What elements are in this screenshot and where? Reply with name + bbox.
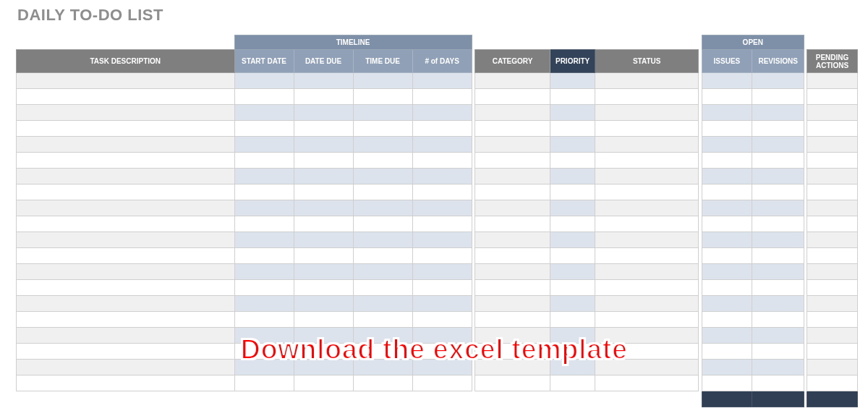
cell[interactable]	[595, 153, 699, 169]
cell[interactable]	[595, 296, 699, 312]
cell[interactable]	[752, 200, 804, 216]
cell[interactable]	[595, 312, 699, 328]
cell[interactable]	[475, 105, 550, 121]
cell[interactable]	[234, 344, 294, 360]
cell[interactable]	[17, 89, 235, 105]
cell[interactable]	[17, 184, 235, 200]
cell[interactable]	[412, 312, 472, 328]
cell[interactable]	[17, 105, 235, 121]
cell[interactable]	[550, 312, 595, 328]
cell[interactable]	[234, 248, 294, 264]
cell[interactable]	[17, 312, 235, 328]
cell[interactable]	[702, 344, 752, 360]
cell[interactable]	[752, 375, 804, 391]
cell[interactable]	[475, 232, 550, 248]
cell[interactable]	[412, 328, 472, 344]
cell[interactable]	[702, 280, 752, 296]
cell[interactable]	[17, 280, 235, 296]
cell[interactable]	[475, 375, 550, 391]
cell[interactable]	[234, 89, 294, 105]
cell[interactable]	[595, 248, 699, 264]
cell[interactable]	[595, 89, 699, 105]
cell[interactable]	[752, 105, 804, 121]
cell[interactable]	[294, 89, 353, 105]
cell[interactable]	[595, 105, 699, 121]
cell[interactable]	[807, 375, 858, 391]
cell[interactable]	[234, 137, 294, 153]
cell[interactable]	[294, 121, 353, 137]
cell[interactable]	[475, 312, 550, 328]
cell[interactable]	[475, 184, 550, 200]
cell[interactable]	[807, 328, 858, 344]
cell[interactable]	[353, 248, 412, 264]
cell[interactable]	[595, 73, 699, 89]
cell[interactable]	[353, 232, 412, 248]
cell[interactable]	[353, 153, 412, 169]
cell[interactable]	[807, 169, 858, 184]
cell[interactable]	[702, 105, 752, 121]
cell[interactable]	[17, 232, 235, 248]
cell[interactable]	[807, 73, 858, 89]
cell[interactable]	[807, 89, 858, 105]
cell[interactable]	[550, 200, 595, 216]
cell[interactable]	[807, 264, 858, 280]
cell[interactable]	[475, 280, 550, 296]
cell[interactable]	[595, 344, 699, 360]
cell[interactable]	[702, 360, 752, 375]
cell[interactable]	[550, 296, 595, 312]
cell[interactable]	[550, 375, 595, 391]
cell[interactable]	[550, 184, 595, 200]
cell[interactable]	[475, 89, 550, 105]
cell[interactable]	[294, 264, 353, 280]
cell[interactable]	[353, 312, 412, 328]
cell[interactable]	[702, 216, 752, 232]
cell[interactable]	[702, 248, 752, 264]
cell[interactable]	[550, 328, 595, 344]
cell[interactable]	[702, 89, 752, 105]
cell[interactable]	[17, 296, 235, 312]
cell[interactable]	[294, 375, 353, 391]
cell[interactable]	[412, 344, 472, 360]
cell[interactable]	[807, 105, 858, 121]
cell[interactable]	[475, 137, 550, 153]
cell[interactable]	[353, 105, 412, 121]
cell[interactable]	[475, 344, 550, 360]
cell[interactable]	[550, 280, 595, 296]
cell[interactable]	[550, 169, 595, 184]
cell[interactable]	[807, 153, 858, 169]
cell[interactable]	[752, 153, 804, 169]
cell[interactable]	[702, 137, 752, 153]
cell[interactable]	[17, 248, 235, 264]
cell[interactable]	[294, 248, 353, 264]
cell[interactable]	[702, 312, 752, 328]
cell[interactable]	[412, 89, 472, 105]
cell[interactable]	[550, 264, 595, 280]
cell[interactable]	[234, 232, 294, 248]
cell[interactable]	[353, 169, 412, 184]
cell[interactable]	[412, 360, 472, 375]
cell[interactable]	[17, 264, 235, 280]
cell[interactable]	[752, 73, 804, 89]
cell[interactable]	[17, 169, 235, 184]
cell[interactable]	[550, 137, 595, 153]
cell[interactable]	[234, 296, 294, 312]
cell[interactable]	[807, 137, 858, 153]
cell[interactable]	[234, 184, 294, 200]
cell[interactable]	[702, 121, 752, 137]
cell[interactable]	[595, 264, 699, 280]
cell[interactable]	[550, 121, 595, 137]
cell[interactable]	[234, 216, 294, 232]
cell[interactable]	[595, 328, 699, 344]
cell[interactable]	[234, 328, 294, 344]
cell[interactable]	[294, 280, 353, 296]
cell[interactable]	[702, 232, 752, 248]
cell[interactable]	[412, 121, 472, 137]
cell[interactable]	[807, 232, 858, 248]
cell[interactable]	[234, 73, 294, 89]
cell[interactable]	[353, 216, 412, 232]
cell[interactable]	[353, 296, 412, 312]
cell[interactable]	[412, 248, 472, 264]
cell[interactable]	[550, 73, 595, 89]
cell[interactable]	[550, 232, 595, 248]
cell[interactable]	[412, 105, 472, 121]
